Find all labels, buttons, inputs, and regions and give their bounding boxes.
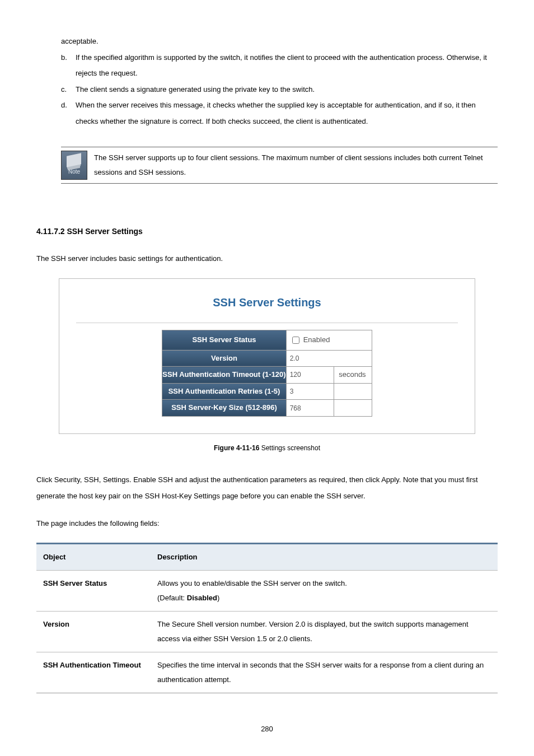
table-row: SSH Authentication Timeout Specifies the… — [36, 652, 498, 693]
table-row: Version The Secure Shell version number.… — [36, 612, 498, 652]
note-text: The SSH server supports up to four clien… — [94, 151, 498, 180]
label-keysize: SSH Server-Key Size (512-896) — [162, 400, 286, 417]
input-retries[interactable] — [287, 385, 332, 398]
field-obj: SSH Server Status — [36, 571, 151, 612]
field-desc: Allows you to enable/disable the SSH ser… — [151, 571, 498, 612]
page-number: 280 — [36, 721, 498, 738]
list-text-b: If the specified algorithm is supported … — [76, 50, 498, 82]
list-marker-b: b. — [61, 50, 76, 82]
section-heading: 4.11.7.2 SSH Server Settings — [36, 223, 498, 240]
fields-header-object: Object — [36, 544, 151, 571]
figure-caption: Figure 4-11-16 Settings screenshot — [36, 441, 498, 455]
list-marker-d: d. — [61, 97, 76, 129]
figure-title: SSH Server Settings — [76, 290, 458, 315]
checkbox-enabled[interactable] — [292, 337, 299, 344]
field-desc: Specifies the time interval in seconds t… — [151, 652, 498, 693]
figure-screenshot: SSH Server Settings SSH Server Status En… — [59, 278, 475, 434]
label-version: Version — [162, 350, 286, 367]
field-obj: SSH Authentication Timeout — [36, 652, 151, 693]
after-figure-paragraph: Click Security, SSH, Settings. Enable SS… — [36, 472, 498, 504]
fields-intro: The page includes the following fields: — [36, 516, 498, 532]
input-keysize[interactable] — [287, 402, 332, 414]
list-text-d: When the server receives this message, i… — [76, 97, 498, 129]
note-box: Note The SSH server supports up to four … — [61, 147, 498, 184]
label-ssh-status: SSH Server Status — [162, 330, 286, 350]
field-desc: The Secure Shell version number. Version… — [151, 612, 498, 652]
fields-header-description: Description — [151, 544, 498, 571]
note-icon: Note — [61, 151, 87, 180]
label-timeout: SSH Authentication Timeout (1-120) — [162, 367, 286, 384]
input-timeout[interactable] — [287, 368, 332, 381]
list-text-c: The client sends a signature generated u… — [76, 82, 315, 98]
unit-seconds: seconds — [334, 367, 370, 383]
input-version[interactable] — [287, 352, 372, 365]
list-item-c: c. The client sends a signature generate… — [61, 82, 498, 98]
list-item-a-tail: acceptable. — [61, 34, 498, 50]
table-row: SSH Server Status Allows you to enable/d… — [36, 571, 498, 612]
field-obj: Version — [36, 612, 151, 652]
list-item-d: d. When the server receives this message… — [61, 97, 498, 129]
list-marker-c: c. — [61, 82, 76, 98]
intro-paragraph: The SSH server includes basic settings f… — [36, 251, 498, 267]
list-item-b: b. If the specified algorithm is support… — [61, 50, 498, 82]
fields-table: Object Description SSH Server Status All… — [36, 543, 498, 693]
ssh-settings-table: SSH Server Status Enabled Version SSH Au… — [162, 330, 372, 417]
checkbox-enabled-label: Enabled — [303, 332, 330, 348]
label-retries: SSH Authentication Retries (1-5) — [162, 383, 286, 400]
